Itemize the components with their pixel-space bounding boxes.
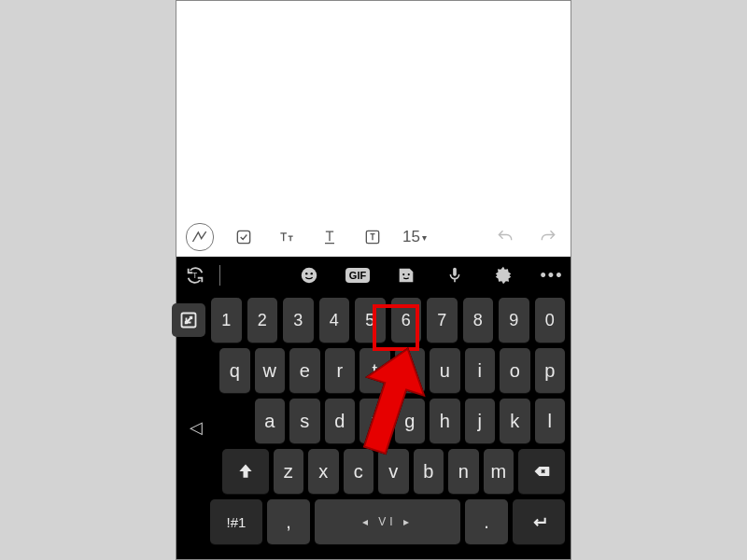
voice-input-button[interactable] <box>442 262 468 288</box>
svg-rect-0 <box>237 231 249 243</box>
key-k[interactable]: k <box>500 399 530 443</box>
spacebar[interactable]: ◂ VI ▸ <box>315 499 460 544</box>
settings-button[interactable] <box>490 262 516 288</box>
shift-key[interactable] <box>222 449 269 494</box>
key-m[interactable]: m <box>484 449 514 494</box>
phone-screen: 15▾ T <box>176 0 571 560</box>
key-n[interactable]: n <box>448 449 479 494</box>
key-0[interactable]: 0 <box>535 298 566 343</box>
comma-key[interactable]: , <box>267 499 310 544</box>
key-s[interactable]: s <box>289 399 320 443</box>
svg-rect-8 <box>453 268 457 276</box>
key-4[interactable]: 4 <box>319 298 350 343</box>
svg-text:T: T <box>192 272 197 280</box>
key-2[interactable]: 2 <box>247 298 278 343</box>
key-z[interactable]: z <box>274 449 304 494</box>
expand-keyboard-button[interactable] <box>172 303 205 337</box>
font-size-selector[interactable]: 15▾ <box>402 228 427 246</box>
chevron-down-icon: ▾ <box>422 232 427 243</box>
key-i[interactable]: i <box>465 348 496 393</box>
key-7[interactable]: 7 <box>427 298 458 343</box>
text-box-button[interactable] <box>359 224 386 250</box>
key-1[interactable]: 1 <box>211 298 242 343</box>
svg-point-7 <box>408 273 410 275</box>
screenshot-frame: 15▾ T <box>0 0 747 560</box>
space-language-label: ◂ VI ▸ <box>362 515 413 528</box>
checkbox-tool-button[interactable] <box>231 224 257 250</box>
key-q[interactable]: q <box>219 348 250 393</box>
gif-label: GIF <box>345 268 370 283</box>
svg-point-4 <box>305 273 307 274</box>
backspace-key[interactable] <box>518 449 565 494</box>
key-a[interactable]: a <box>255 399 286 443</box>
key-j[interactable]: j <box>465 399 496 443</box>
svg-marker-11 <box>346 340 429 459</box>
undo-button[interactable] <box>492 224 518 250</box>
separator <box>219 265 220 286</box>
gif-button[interactable]: GIF <box>345 262 371 288</box>
emoji-button[interactable] <box>296 262 322 288</box>
key-w[interactable]: w <box>255 348 286 393</box>
svg-point-6 <box>402 273 404 275</box>
redo-button[interactable] <box>535 224 561 250</box>
annotation-arrow <box>326 339 429 464</box>
key-l[interactable]: l <box>535 399 566 443</box>
sticker-button[interactable] <box>393 262 419 288</box>
key-9[interactable]: 9 <box>499 298 529 343</box>
period-key[interactable]: . <box>465 499 508 544</box>
enter-key[interactable] <box>513 499 565 544</box>
key-3[interactable]: 3 <box>283 298 314 343</box>
key-e[interactable]: e <box>289 348 320 393</box>
symbols-key[interactable]: !#1 <box>210 499 262 544</box>
keyboard-top-bar: T GIF <box>176 257 571 294</box>
more-button[interactable]: ••• <box>539 262 565 288</box>
text-cycle-icon[interactable]: T <box>182 262 208 288</box>
font-size-value: 15 <box>402 228 420 246</box>
key-u[interactable]: u <box>430 348 460 393</box>
key-h[interactable]: h <box>430 399 460 443</box>
key-p[interactable]: p <box>535 348 566 393</box>
svg-point-5 <box>311 273 313 274</box>
key-8[interactable]: 8 <box>463 298 494 343</box>
editor-toolbar: 15▾ <box>176 217 571 257</box>
note-canvas[interactable] <box>176 1 571 217</box>
collapse-left-icon[interactable]: ◁ <box>190 417 203 438</box>
text-underline-button[interactable] <box>317 224 343 250</box>
svg-point-3 <box>302 268 317 284</box>
key-o[interactable]: o <box>500 348 530 393</box>
text-size-button[interactable] <box>274 224 300 250</box>
pen-tool-button[interactable] <box>186 223 214 251</box>
